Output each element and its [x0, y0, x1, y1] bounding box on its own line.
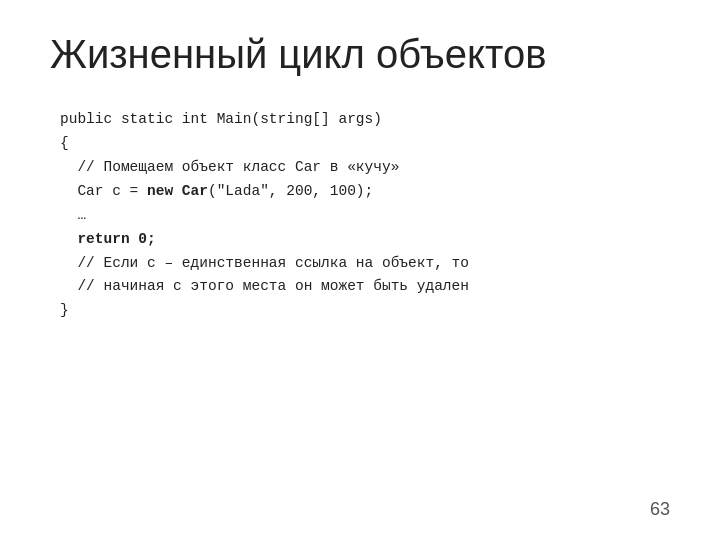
code-line-1: public static int Main(string[] args) [60, 108, 670, 132]
code-line-7: // Если с – единственная ссылка на объек… [60, 252, 670, 276]
slide: Жизненный цикл объектов public static in… [0, 0, 720, 540]
code-block: public static int Main(string[] args) { … [60, 108, 670, 323]
slide-title: Жизненный цикл объектов [50, 30, 670, 78]
code-bold-new: new Car [147, 183, 208, 199]
code-line-8: // начиная с этого места он может быть у… [60, 275, 670, 299]
code-line-2: { [60, 132, 670, 156]
code-line-9: } [60, 299, 670, 323]
code-line-3: // Помещаем объект класс Car в «кучу» [60, 156, 670, 180]
code-line-4: Car c = new Car("Lada", 200, 100); [60, 180, 670, 204]
code-line-5: … [60, 204, 670, 228]
code-line-6: return 0; [60, 228, 670, 252]
slide-number: 63 [650, 499, 670, 520]
code-bold-return: return 0; [77, 231, 155, 247]
